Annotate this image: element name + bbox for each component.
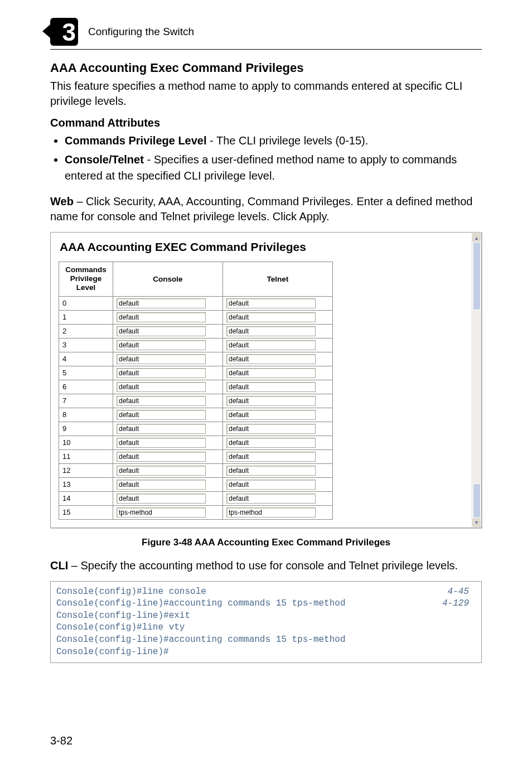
arrow-icon (41, 21, 58, 41)
table-row: 4 (59, 352, 333, 366)
table-row: 3 (59, 338, 333, 352)
page-number: 3-82 (50, 734, 72, 747)
console-input[interactable] (117, 298, 206, 308)
cell-level: 12 (59, 463, 113, 477)
console-input[interactable] (117, 382, 206, 392)
cli-command: Console(config)#line console (56, 587, 206, 597)
cell-telnet (223, 436, 333, 449)
telnet-input[interactable] (226, 368, 316, 378)
table-row: 1 (59, 310, 333, 324)
cli-output-box: Console(config)#line console4-45Console(… (50, 581, 482, 664)
cell-console (113, 352, 223, 366)
screenshot-title: AAA Accounting EXEC Command Privileges (60, 240, 473, 254)
telnet-input[interactable] (226, 396, 316, 406)
telnet-input[interactable] (226, 452, 316, 462)
command-attributes-list: Commands Privilege Level - The CLI privi… (50, 133, 482, 184)
cell-console (113, 366, 223, 380)
telnet-input[interactable] (226, 354, 316, 364)
cell-level: 2 (59, 324, 113, 338)
cli-reference: 4-45 (448, 586, 469, 598)
figure-caption: Figure 3-48 AAA Accounting Exec Command … (50, 537, 482, 548)
web-instructions: Web – Click Security, AAA, Accounting, C… (50, 194, 482, 224)
table-row: 15 (59, 505, 333, 519)
console-input[interactable] (117, 312, 206, 322)
cli-command: Console(config-line)#accounting commands… (56, 598, 345, 608)
cell-telnet (223, 352, 333, 366)
chapter-badge-icon: 3 (50, 18, 78, 46)
telnet-input[interactable] (226, 480, 316, 490)
telnet-input[interactable] (226, 382, 316, 392)
cell-telnet (223, 449, 333, 463)
scroll-thumb-lower[interactable] (473, 483, 481, 518)
command-attributes-heading: Command Attributes (50, 117, 482, 129)
cell-level: 13 (59, 477, 113, 491)
cell-telnet (223, 408, 333, 422)
table-row: 11 (59, 449, 333, 463)
telnet-input[interactable] (226, 466, 316, 476)
cli-reference: 4-129 (442, 598, 469, 610)
cell-level: 4 (59, 352, 113, 366)
scroll-down-button[interactable]: ▾ (471, 517, 481, 528)
table-row: 12 (59, 463, 333, 477)
console-input[interactable] (117, 507, 206, 517)
cli-text: – Specify the accounting method to use f… (68, 559, 458, 572)
cli-command: Console(config)#line vty (56, 622, 185, 632)
table-row: 5 (59, 366, 333, 380)
console-input[interactable] (117, 354, 206, 364)
cell-console (113, 394, 223, 408)
console-input[interactable] (117, 410, 206, 420)
table-row: 8 (59, 408, 333, 422)
cell-level: 3 (59, 338, 113, 352)
col-header-console: Console (113, 262, 223, 297)
console-input[interactable] (117, 424, 206, 434)
cli-line: Console(config-line)# (56, 646, 476, 659)
scroll-up-button[interactable]: ▴ (471, 233, 481, 243)
web-prefix: Web (50, 195, 74, 207)
privilege-table: Commands Privilege Level Console Telnet … (59, 262, 333, 520)
cli-line: Console(config)#line console4-45 (56, 586, 476, 598)
cell-telnet (223, 505, 333, 519)
cell-console (113, 463, 223, 477)
console-input[interactable] (117, 326, 206, 336)
cell-level: 15 (59, 505, 113, 519)
chapter-number: 3 (62, 20, 78, 46)
console-input[interactable] (117, 494, 206, 504)
screenshot-panel: ▴ ▾ AAA Accounting EXEC Command Privileg… (50, 232, 482, 528)
cell-level: 1 (59, 310, 113, 324)
console-input[interactable] (117, 452, 206, 462)
web-text: – Click Security, AAA, Accounting, Comma… (50, 195, 472, 222)
console-input[interactable] (117, 396, 206, 406)
telnet-input[interactable] (226, 494, 316, 504)
scroll-track[interactable] (472, 242, 481, 518)
telnet-input[interactable] (226, 438, 316, 448)
telnet-input[interactable] (226, 326, 316, 336)
cell-level: 0 (59, 296, 113, 310)
telnet-input[interactable] (226, 410, 316, 420)
console-input[interactable] (117, 340, 206, 350)
col-header-level: Commands Privilege Level (59, 262, 113, 297)
telnet-input[interactable] (226, 340, 316, 350)
cell-telnet (223, 491, 333, 505)
telnet-input[interactable] (226, 424, 316, 434)
section-heading: AAA Accounting Exec Command Privileges (50, 61, 482, 75)
cell-console (113, 449, 223, 463)
cell-telnet (223, 366, 333, 380)
console-input[interactable] (117, 438, 206, 448)
console-input[interactable] (117, 480, 206, 490)
cell-telnet (223, 338, 333, 352)
attr-label: Console/Telnet (65, 153, 144, 166)
attr-item-console-telnet: Console/Telnet - Specifies a user-define… (65, 152, 482, 184)
attr-item-privilege-level: Commands Privilege Level - The CLI privi… (65, 133, 482, 149)
cell-level: 14 (59, 491, 113, 505)
screenshot-scrollbar[interactable]: ▴ ▾ (471, 233, 481, 528)
scroll-thumb[interactable] (473, 242, 481, 310)
cell-telnet (223, 380, 333, 394)
cli-command: Console(config-line)#accounting commands… (56, 635, 345, 645)
telnet-input[interactable] (226, 312, 316, 322)
console-input[interactable] (117, 466, 206, 476)
cli-prefix: CLI (50, 559, 68, 572)
telnet-input[interactable] (226, 507, 316, 517)
console-input[interactable] (117, 368, 206, 378)
cli-line: Console(config-line)#accounting commands… (56, 634, 476, 646)
telnet-input[interactable] (226, 298, 316, 308)
